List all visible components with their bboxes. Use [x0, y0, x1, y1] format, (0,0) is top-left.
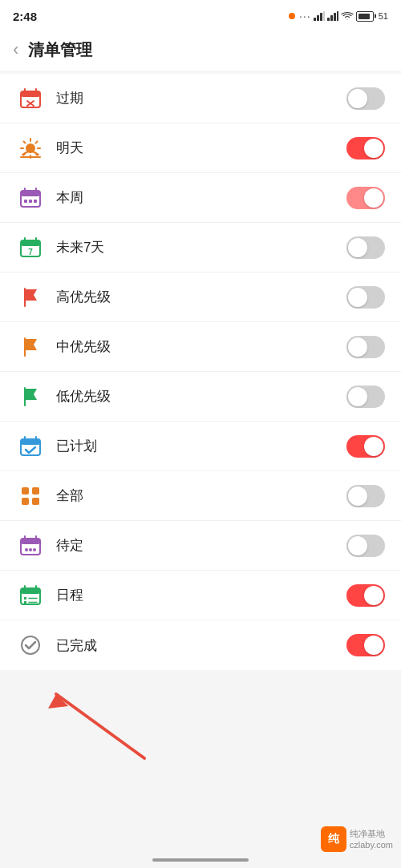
- svg-rect-58: [24, 597, 26, 600]
- bottom-area: [0, 670, 401, 830]
- svg-point-52: [29, 548, 32, 551]
- svg-rect-5: [330, 15, 333, 21]
- label-diyouxianji: 低优先级: [56, 387, 346, 406]
- toggle-richeng[interactable]: [346, 584, 385, 607]
- toggle-diyouxianji[interactable]: [346, 386, 385, 408]
- notification-dot: [289, 13, 295, 19]
- svg-rect-44: [32, 487, 39, 495]
- toggle-gaoyouxianji[interactable]: [346, 286, 385, 309]
- label-yijihua: 已计划: [56, 437, 346, 455]
- label-weilai7tian: 未来7天: [56, 238, 346, 256]
- label-mingtian: 明天: [56, 139, 346, 157]
- svg-rect-1: [317, 15, 319, 21]
- svg-rect-9: [21, 91, 40, 97]
- watermark: 纯 纯净基地 czlaby.com: [321, 826, 393, 852]
- home-indicator: [152, 858, 249, 862]
- svg-rect-43: [22, 487, 29, 495]
- svg-line-63: [56, 694, 144, 758]
- icon-flag-red: [16, 283, 45, 312]
- signal-icon: [314, 11, 325, 21]
- label-guoqi: 过期: [56, 89, 346, 107]
- label-daiding: 待定: [56, 536, 346, 555]
- list-item-weilai7tian[interactable]: 7 未来7天: [0, 223, 401, 273]
- list-item-benzhou[interactable]: 本周: [0, 173, 401, 223]
- list-item-gaoyouxianji[interactable]: 高优先级: [0, 273, 401, 322]
- label-richeng: 日程: [56, 586, 346, 604]
- status-time: 2:48: [13, 10, 37, 23]
- svg-rect-7: [337, 11, 338, 21]
- svg-rect-48: [21, 539, 40, 544]
- svg-rect-55: [21, 588, 40, 594]
- watermark-text: 纯净基地 czlaby.com: [350, 828, 393, 851]
- toggle-weilai7tian[interactable]: [346, 236, 385, 259]
- toggle-yiwancheng[interactable]: [346, 634, 385, 656]
- icon-calendar-list: [16, 581, 45, 610]
- label-yiwancheng: 已完成: [56, 636, 346, 655]
- svg-rect-25: [21, 191, 40, 196]
- header: ‹ 清单管理: [0, 29, 401, 71]
- svg-rect-28: [24, 200, 27, 203]
- svg-line-21: [36, 141, 38, 143]
- label-gaoyouxianji: 高优先级: [56, 288, 346, 306]
- toggle-quanbu[interactable]: [346, 485, 385, 507]
- list-item-daiding[interactable]: 待定: [0, 521, 401, 571]
- toggle-daiding[interactable]: [346, 535, 385, 557]
- svg-point-62: [22, 636, 39, 654]
- svg-line-19: [24, 141, 26, 143]
- svg-rect-30: [34, 200, 37, 203]
- list-item-yijihua[interactable]: 已计划: [0, 422, 401, 471]
- icon-check-circle: [16, 631, 45, 660]
- svg-rect-29: [29, 200, 32, 203]
- icon-grid: [16, 482, 45, 511]
- watermark-logo: 纯: [321, 826, 346, 852]
- svg-rect-40: [21, 439, 40, 445]
- list-container: 过期 明天 本周: [0, 74, 401, 670]
- list-item-mingtian[interactable]: 明天: [0, 123, 401, 173]
- status-bar: 2:48 ··· 51: [0, 0, 401, 29]
- icon-calendar-week: [16, 184, 45, 212]
- svg-text:7: 7: [28, 248, 33, 256]
- toggle-zhongyouxianji[interactable]: [346, 336, 385, 358]
- list-item-guoqi[interactable]: 过期: [0, 74, 401, 123]
- toggle-guoqi[interactable]: [346, 87, 385, 110]
- wifi-icon: [341, 11, 354, 21]
- label-quanbu: 全部: [56, 486, 346, 505]
- label-benzhou: 本周: [56, 188, 346, 207]
- battery-percent: 51: [379, 11, 388, 21]
- list-item-diyouxianji[interactable]: 低优先级: [0, 372, 401, 422]
- svg-point-53: [33, 548, 36, 551]
- list-item-zhongyouxianji[interactable]: 中优先级: [0, 322, 401, 372]
- svg-rect-2: [320, 13, 322, 21]
- svg-rect-0: [314, 18, 316, 21]
- svg-rect-32: [21, 240, 40, 246]
- icon-calendar-x: [16, 84, 45, 113]
- icon-flag-green: [16, 382, 45, 411]
- icon-sunset: [16, 134, 45, 163]
- ellipsis: ···: [299, 10, 311, 22]
- icon-calendar-check: [16, 432, 45, 461]
- svg-rect-6: [334, 13, 336, 21]
- page-title: 清单管理: [28, 39, 92, 61]
- svg-rect-45: [22, 498, 29, 505]
- signal2-icon: [327, 11, 338, 21]
- svg-point-51: [25, 548, 28, 551]
- svg-rect-4: [327, 18, 330, 21]
- icon-calendar-7: 7: [16, 233, 45, 262]
- icon-calendar-dots: [16, 531, 45, 560]
- svg-rect-60: [24, 601, 26, 604]
- svg-rect-46: [32, 498, 39, 505]
- list-item-yiwancheng[interactable]: 已完成: [0, 620, 401, 670]
- battery-indicator: 51: [356, 11, 388, 22]
- svg-rect-3: [323, 11, 325, 21]
- toggle-benzhou[interactable]: [346, 187, 385, 209]
- list-item-richeng[interactable]: 日程: [0, 571, 401, 620]
- list-item-quanbu[interactable]: 全部: [0, 471, 401, 521]
- arrow-annotation: [8, 678, 168, 774]
- icon-flag-orange: [16, 333, 45, 361]
- back-button[interactable]: ‹: [13, 41, 18, 59]
- label-zhongyouxianji: 中优先级: [56, 337, 346, 356]
- toggle-mingtian[interactable]: [346, 137, 385, 159]
- toggle-yijihua[interactable]: [346, 435, 385, 458]
